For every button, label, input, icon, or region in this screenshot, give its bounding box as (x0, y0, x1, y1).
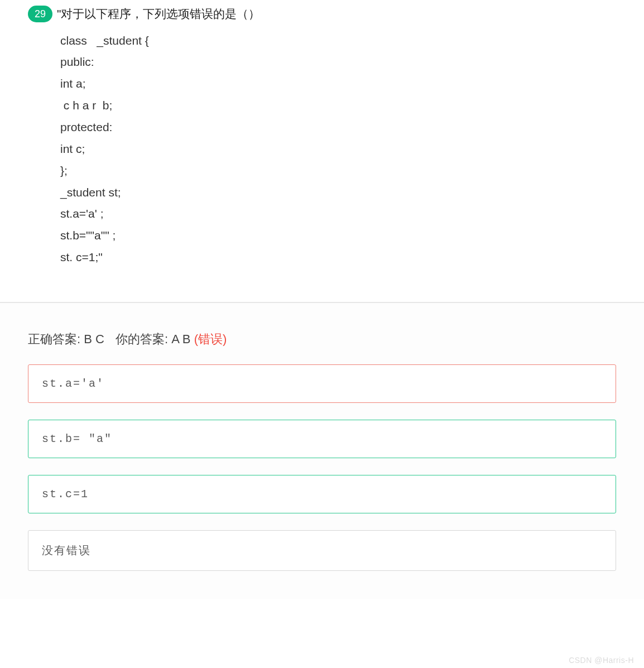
correct-answer-value: B C (84, 332, 104, 346)
code-line: int c; (60, 138, 616, 160)
option-c[interactable]: st.c=1 (28, 475, 616, 513)
option-b[interactable]: st.b= "a" (28, 420, 616, 458)
question-title: "对于以下程序，下列选项错误的是（） (57, 4, 260, 23)
your-answer-label: 你的答案: (116, 332, 171, 346)
code-block: class _student { public: int a; c h a r … (60, 30, 616, 268)
correct-answer-label: 正确答案: (28, 332, 84, 346)
answer-summary: 正确答案: B C 你的答案: A B (错误) (28, 331, 616, 348)
option-a[interactable]: st.a='a' (28, 364, 616, 403)
option-d[interactable]: 没有错误 (28, 530, 616, 571)
code-line: st.a='a' ; (60, 203, 616, 225)
question-header: 29 "对于以下程序，下列选项错误的是（） (28, 4, 616, 23)
code-line: c h a r b; (60, 95, 616, 117)
code-line: _student st; (60, 182, 616, 204)
answer-section: 正确答案: B C 你的答案: A B (错误) st.a='a' st.b= … (0, 302, 644, 599)
code-line: st.b=""a"" ; (60, 225, 616, 247)
question-section: 29 "对于以下程序，下列选项错误的是（） class _student { p… (0, 0, 644, 302)
code-line: st. c=1;" (60, 247, 616, 268)
question-number-badge: 29 (28, 6, 52, 22)
your-answer-value: A B (171, 332, 194, 346)
code-line: int a; (60, 73, 616, 95)
answer-status: (错误) (194, 332, 227, 346)
code-line: protected: (60, 117, 616, 138)
code-line: }; (60, 160, 616, 182)
code-line: class _student { (60, 30, 616, 52)
code-line: public: (60, 51, 616, 73)
